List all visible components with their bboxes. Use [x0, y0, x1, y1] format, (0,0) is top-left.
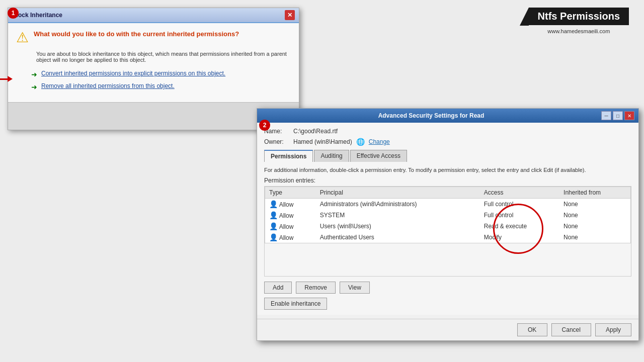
cell-inherited: None [559, 199, 630, 210]
tab-auditing[interactable]: Auditing [314, 150, 349, 162]
bottom-bar: OK Cancel Apply [257, 319, 638, 340]
name-value: C:\good\Read.rtf [293, 128, 338, 135]
warning-icon: ⚠ [16, 29, 29, 46]
perm-table-container: Type Principal Access Inherited from 👤 A… [264, 186, 631, 277]
branding-title: Ntfs Permissions [529, 8, 629, 25]
remove-button[interactable]: Remove [296, 282, 336, 294]
advanced-security-dialog: Advanced Security Settings for Read ─ □ … [257, 108, 639, 341]
inheritance-row: Enable inheritance [264, 298, 631, 310]
dialog-titlebar: Block Inheritance ✕ [8, 8, 299, 22]
col-access: Access [480, 187, 559, 199]
branding-panel: Ntfs Permissions www.hamedesmaeili.com [529, 8, 629, 34]
col-inherited: Inherited from [559, 187, 630, 199]
cell-principal: SYSTEM [316, 210, 480, 221]
apply-button[interactable]: Apply [595, 323, 631, 336]
adv-body: Name: C:\good\Read.rtf Owner: Hamed (win… [257, 123, 638, 315]
cell-inherited: None [559, 210, 630, 221]
option1-row[interactable]: ➜ Convert inherited permissions into exp… [31, 70, 291, 78]
warning-row: ⚠ What would you like to do with the cur… [16, 30, 291, 46]
cell-type: 👤 Allow [265, 221, 316, 232]
owner-label: Owner: [264, 138, 289, 145]
adv-title: Advanced Security Settings for Read [261, 112, 601, 119]
cell-access: Full control [480, 210, 559, 221]
table-button-row: Add Remove View [264, 282, 631, 294]
ok-button[interactable]: OK [517, 323, 547, 336]
col-type: Type [265, 187, 316, 199]
view-button[interactable]: View [340, 282, 370, 294]
table-row[interactable]: 👤 Allow Users (win8\Users) Read & execut… [265, 221, 631, 232]
cell-inherited: None [559, 221, 630, 232]
col-principal: Principal [316, 187, 480, 199]
red-arrow-indicator [0, 76, 13, 82]
option2-row[interactable]: ➜ Remove all inherited permissions from … [31, 82, 291, 91]
warning-title: What would you like to do with the curre… [34, 30, 239, 38]
warning-subtext: You are about to block inheritance to th… [36, 51, 291, 63]
cell-principal: Administrators (win8\Administrators) [316, 199, 480, 210]
table-row[interactable]: 👤 Allow Authenticated Users Modify None [265, 232, 631, 243]
owner-value: Hamed (win8\Hamed) [293, 138, 352, 145]
option2-arrow: ➜ [31, 83, 37, 91]
cell-access: Full control [480, 199, 559, 210]
step1-indicator: 1 [8, 8, 19, 19]
cell-principal: Authenticated Users [316, 232, 480, 243]
table-row[interactable]: 👤 Allow Administrators (win8\Administrat… [265, 199, 631, 210]
dialog-title: Block Inheritance [12, 12, 62, 19]
cell-type: 👤 Allow [265, 232, 316, 243]
dialog-content: ⚠ What would you like to do with the cur… [8, 22, 299, 102]
cancel-button[interactable]: Cancel [551, 323, 591, 336]
option2-text[interactable]: Remove all inherited permissions from th… [41, 82, 175, 89]
change-link[interactable]: Change [369, 138, 390, 145]
maximize-button[interactable]: □ [613, 111, 623, 120]
table-row[interactable]: 👤 Allow SYSTEM Full control None [265, 210, 631, 221]
tab-permissions[interactable]: Permissions [264, 150, 313, 162]
branding-url: www.hamedesmaeili.com [529, 28, 629, 34]
close-adv-button[interactable]: ✕ [624, 111, 634, 120]
cell-inherited: None [559, 232, 630, 243]
perm-section-label: Permission entries: [264, 177, 631, 184]
cell-type: 👤 Allow [265, 210, 316, 221]
cell-type: 👤 Allow [265, 199, 316, 210]
adv-win-buttons: ─ □ ✕ [601, 111, 634, 120]
option1-text[interactable]: Convert inherited permissions into expli… [41, 70, 225, 77]
add-button[interactable]: Add [264, 282, 292, 294]
step2-indicator: 2 [259, 120, 270, 131]
option1-arrow: ➜ [31, 70, 37, 78]
minimize-button[interactable]: ─ [601, 111, 611, 120]
block-inheritance-dialog: Block Inheritance ✕ ⚠ What would you lik… [8, 8, 299, 130]
perm-table: Type Principal Access Inherited from 👤 A… [265, 187, 631, 243]
owner-row: Owner: Hamed (win8\Hamed) 🌐 Change [264, 138, 631, 146]
dialog-close-button[interactable]: ✕ [285, 10, 295, 20]
globe-icon: 🌐 [356, 138, 365, 146]
cell-access: Modify [480, 232, 559, 243]
dialog-bottom [8, 102, 299, 130]
cell-access: Read & execute [480, 221, 559, 232]
enable-inheritance-button[interactable]: Enable inheritance [264, 298, 327, 310]
cell-principal: Users (win8\Users) [316, 221, 480, 232]
name-row: Name: C:\good\Read.rtf [264, 128, 631, 135]
adv-tabs: Permissions Auditing Effective Access [264, 150, 631, 162]
adv-info-text: For additional information, double-click… [264, 167, 631, 173]
adv-titlebar: Advanced Security Settings for Read ─ □ … [257, 109, 638, 123]
tab-effective-access[interactable]: Effective Access [350, 150, 407, 162]
